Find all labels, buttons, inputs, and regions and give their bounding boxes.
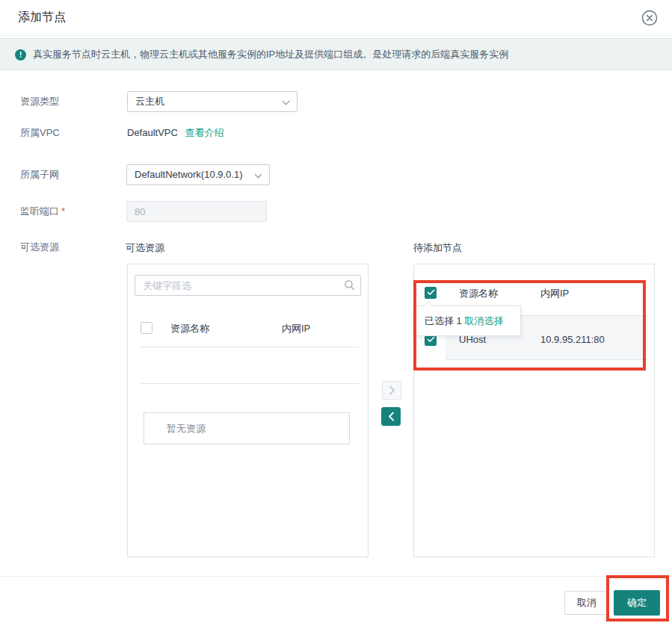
close-icon[interactable] [640, 8, 659, 28]
chevron-down-icon [283, 98, 290, 105]
deselect-link[interactable]: 取消选择 [464, 315, 503, 326]
move-right-button[interactable] [382, 381, 401, 400]
vpc-label: 所属VPC [20, 123, 60, 143]
search-icon[interactable] [344, 279, 355, 293]
empty-state: 暂无资源 [144, 412, 350, 444]
subnet-label: 所属子网 [20, 164, 59, 185]
vpc-value: DefaultVPC 查看介绍 [127, 123, 224, 143]
move-left-button[interactable] [381, 407, 401, 426]
check-icon [427, 336, 435, 343]
row-resource-ip: 10.9.95.211:80 [540, 334, 605, 346]
chevron-left-icon [388, 412, 395, 421]
cancel-button[interactable]: 取消 [564, 591, 609, 615]
info-banner: ! 真实服务节点时云主机，物理云主机或其他服务实例的IP地址及提供端口组成。是处… [0, 38, 672, 70]
subnet-select[interactable]: DefaultNetwork(10.9.0.1) [126, 164, 270, 185]
selection-tooltip: 已选择 1 取消选择 [416, 306, 521, 336]
resource-type-value: 云主机 [135, 96, 164, 107]
search-field [135, 275, 361, 296]
subnet-value: DefaultNetwork(10.9.0.1) [135, 169, 243, 180]
info-icon: ! [15, 49, 26, 61]
resource-type-select[interactable]: 云主机 [127, 91, 298, 112]
add-node-dialog: 添加节点 ! 真实服务节点时云主机，物理云主机或其他服务实例的IP地址及提供端口… [0, 0, 672, 626]
port-label: 监听端口* [20, 201, 65, 222]
available-resources-panel [127, 264, 369, 557]
port-input[interactable] [126, 201, 267, 222]
chevron-right-icon [389, 385, 395, 395]
pending-panel-heading: 待添加节点 [413, 241, 462, 255]
available-col-name: 资源名称 [170, 323, 209, 335]
confirm-button[interactable]: 确定 [614, 590, 660, 616]
search-input[interactable] [135, 275, 361, 296]
available-col-ip: 内网IP [282, 323, 310, 335]
available-panel-heading: 可选资源 [126, 241, 164, 255]
footer-divider [0, 576, 672, 577]
pending-select-all-checkbox[interactable] [425, 287, 437, 299]
table-divider [141, 347, 359, 347]
table-divider [446, 359, 647, 360]
pending-col-ip: 内网IP [540, 288, 569, 300]
dialog-title: 添加节点 [18, 10, 66, 25]
select-all-checkbox[interactable] [141, 322, 152, 334]
chevron-down-icon [255, 171, 262, 179]
resource-type-label: 资源类型 [20, 91, 59, 112]
info-banner-text: 真实服务节点时云主机，物理云主机或其他服务实例的IP地址及提供端口组成。是处理请… [33, 39, 508, 69]
pending-col-name: 资源名称 [459, 288, 498, 300]
selected-count-text: 已选择 1 [425, 315, 462, 326]
table-divider [141, 383, 359, 384]
header-divider [0, 35, 672, 36]
resources-label: 可选资源 [20, 241, 59, 253]
check-icon [427, 289, 435, 296]
vpc-intro-link[interactable]: 查看介绍 [185, 127, 224, 138]
required-mark: * [61, 205, 65, 217]
